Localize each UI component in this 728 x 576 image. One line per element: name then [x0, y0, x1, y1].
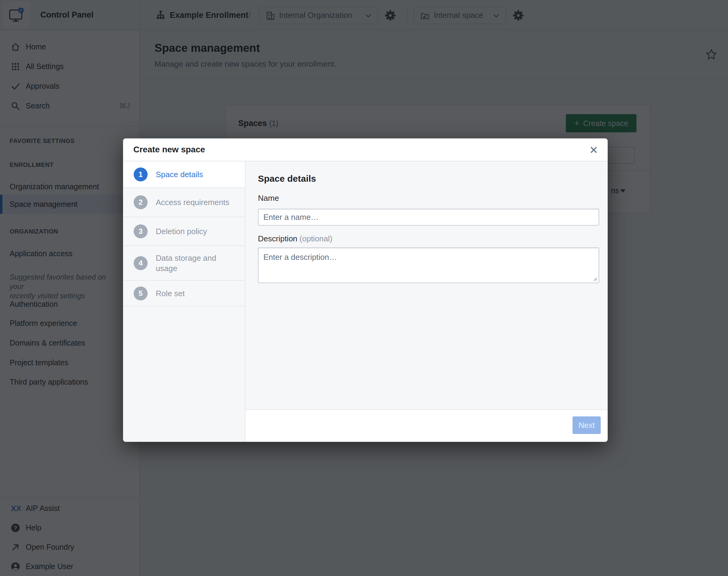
create-space-modal: Create new space 1 Space details 2 Acces… — [123, 138, 608, 442]
description-label: Description (optional) — [258, 234, 332, 243]
name-label: Name — [258, 194, 279, 203]
wizard-steps: 1 Space details 2 Access requirements 3 … — [123, 162, 245, 442]
step-heading: Space details — [258, 174, 316, 184]
modal-title: Create new space — [133, 138, 205, 161]
step-role-set[interactable]: 5 Role set — [123, 281, 245, 307]
name-input[interactable] — [258, 209, 599, 226]
step-data-storage-and-usage[interactable]: 4 Data storage and usage — [123, 246, 245, 281]
modal-header: Create new space — [123, 138, 608, 162]
next-button[interactable]: Next — [572, 416, 601, 434]
modal-footer: Next — [245, 409, 608, 442]
step-deletion-policy[interactable]: 3 Deletion policy — [123, 217, 245, 246]
step-number: 4 — [134, 256, 147, 270]
step-number: 5 — [134, 287, 147, 300]
description-input[interactable] — [258, 248, 599, 283]
close-icon[interactable] — [590, 146, 598, 154]
control-panel-app: Control Panel Example Enrollment / — [0, 0, 728, 576]
step-content-panel: Space details Name Description (optional… — [245, 162, 608, 442]
step-number: 1 — [134, 168, 147, 181]
step-access-requirements[interactable]: 2 Access requirements — [123, 188, 245, 217]
step-number: 3 — [134, 224, 147, 238]
step-number: 2 — [134, 195, 147, 209]
optional-hint: (optional) — [299, 234, 332, 243]
step-space-details[interactable]: 1 Space details — [123, 162, 245, 188]
